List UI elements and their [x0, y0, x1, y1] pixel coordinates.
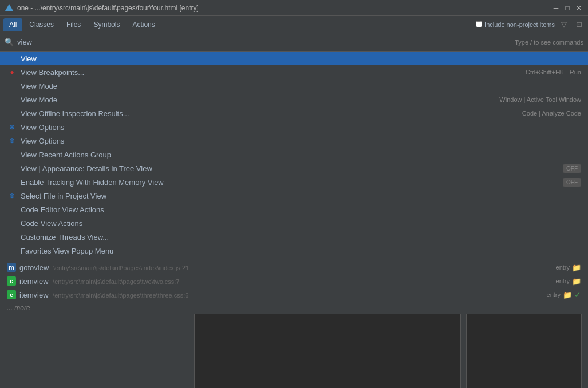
- result-view-mode-1[interactable]: View Mode: [0, 79, 588, 93]
- window-title: one - ...\entry\src\main\js\default\page…: [17, 4, 199, 12]
- result-text: Enable Tracking With Hidden Memory View: [21, 178, 563, 187]
- result-text: itemview \entry\src\main\js\default\page…: [19, 291, 547, 299]
- folder-icon: 📁: [572, 263, 581, 272]
- search-input-row: 🔍 Type / to see commands: [0, 33, 588, 52]
- result-text: View Mode: [21, 82, 581, 90]
- result-view-offline[interactable]: View Offline Inspection Results... Code …: [0, 106, 588, 120]
- result-code-view-actions[interactable]: Code View Actions: [0, 216, 588, 230]
- offline-icon: [7, 108, 17, 118]
- maximize-button[interactable]: □: [563, 3, 572, 13]
- result-entry-badge: entry: [556, 264, 570, 271]
- result-itemview-1[interactable]: c itemview \entry\src\main\js\default\pa…: [0, 274, 588, 288]
- result-view-appearance[interactable]: View | Appearance: Details in Tree View …: [0, 161, 588, 175]
- search-overlay: All Classes Files Symbols Actions Includ…: [0, 16, 588, 314]
- appearance-icon: [7, 163, 17, 173]
- result-view-mode-2[interactable]: View Mode Window | Active Tool Window: [0, 93, 588, 106]
- toggle-off-badge-2[interactable]: OFF: [563, 178, 581, 187]
- gotoview-icon: m: [7, 263, 16, 272]
- result-text: View Breakpoints...: [21, 68, 526, 77]
- result-text: View Offline Inspection Results...: [21, 109, 522, 118]
- result-favorites-view[interactable]: Favorites View Popup Menu: [0, 244, 588, 258]
- tab-classes[interactable]: Classes: [23, 18, 60, 31]
- window-controls[interactable]: ─ □ ✕: [551, 3, 583, 13]
- result-text: View Recent Actions Group: [21, 151, 581, 159]
- result-text: View Options: [21, 137, 581, 145]
- search-input[interactable]: [17, 38, 515, 46]
- result-text: Favorites View Popup Menu: [21, 247, 581, 255]
- options-icon: ⊕: [7, 122, 17, 132]
- section-separator: [0, 259, 588, 259]
- result-view-header[interactable]: View: [0, 52, 588, 65]
- more-results-text[interactable]: ... more: [0, 302, 588, 314]
- result-view-breakpoints[interactable]: ● View Breakpoints... Ctrl+Shift+F8 Run: [0, 65, 588, 79]
- search-hint: Type / to see commands: [515, 39, 583, 46]
- result-text: Code Editor View Actions: [21, 205, 581, 214]
- select-file-icon: ⊕: [7, 191, 17, 201]
- tab-symbols[interactable]: Symbols: [88, 18, 125, 31]
- folder-icon-3: 📁: [563, 291, 572, 299]
- result-text: itemview \entry\src\main\js\default\page…: [19, 277, 556, 286]
- result-code-editor-view[interactable]: Code Editor View Actions: [0, 203, 588, 216]
- result-view-options-2[interactable]: ⊕ View Options: [0, 134, 588, 148]
- title-bar: one - ...\entry\src\main\js\default\page…: [0, 0, 588, 16]
- tab-files[interactable]: Files: [61, 18, 86, 31]
- result-text: Select File in Project View: [21, 192, 581, 200]
- tracking-icon: [7, 177, 17, 187]
- result-path: \entry\src\main\js\default\pages\two\two…: [53, 278, 179, 285]
- result-badge: Window | Active Tool Window: [499, 96, 581, 103]
- result-text: View | Appearance: Details in Tree View: [21, 164, 563, 173]
- tab-all[interactable]: All: [3, 18, 22, 31]
- result-entry-badge: entry: [556, 278, 570, 284]
- view-mode-2-icon: [7, 94, 17, 105]
- include-checkbox-label: Include non-project items: [484, 21, 555, 28]
- result-enable-tracking[interactable]: Enable Tracking With Hidden Memory View …: [0, 175, 588, 189]
- recent-icon: [7, 149, 17, 160]
- folder-icon-2: 📁: [572, 277, 581, 286]
- search-tabs-row: All Classes Files Symbols Actions Includ…: [0, 16, 588, 33]
- result-text: Code View Actions: [21, 219, 581, 228]
- breakpoint-icon: ●: [7, 67, 17, 77]
- itemview1-icon: c: [7, 276, 16, 286]
- result-select-file[interactable]: ⊕ Select File in Project View: [0, 189, 588, 203]
- result-view-options-1[interactable]: ⊕ View Options: [0, 120, 588, 134]
- filter-icon[interactable]: ▽: [558, 19, 570, 30]
- result-text: gotoview \entry\src\main\js\default\page…: [19, 263, 556, 272]
- options-2-icon: ⊕: [7, 136, 17, 146]
- result-text: Customize Threads View...: [21, 233, 581, 241]
- title-bar-left: one - ...\entry\src\main\js\default\page…: [5, 3, 199, 13]
- result-badge: Run: [570, 69, 581, 76]
- minimize-button[interactable]: ─: [551, 3, 561, 13]
- include-non-project-checkbox[interactable]: Include non-project items: [476, 21, 555, 28]
- code-editor-icon: [7, 204, 17, 215]
- tabs-right: Include non-project items ▽ ⊡: [476, 19, 585, 30]
- result-text: View: [21, 54, 581, 63]
- close-button[interactable]: ✕: [574, 3, 583, 13]
- app-icon: [5, 3, 14, 13]
- result-entry-badge-2: entry: [547, 291, 561, 298]
- threads-icon: [7, 232, 17, 242]
- toggle-off-badge[interactable]: OFF: [563, 164, 581, 173]
- result-gotoview[interactable]: m gotoview \entry\src\main\js\default\pa…: [0, 260, 588, 274]
- tab-actions[interactable]: Actions: [127, 18, 160, 31]
- code-view-icon: [7, 218, 17, 228]
- result-badge: Code | Analyze Code: [522, 110, 581, 117]
- result-path: \entry\src\main\js\default\pages\index\i…: [53, 264, 189, 271]
- result-text: View Mode: [21, 96, 499, 104]
- search-icon: 🔍: [5, 38, 14, 46]
- left-panel: 📁 Project ▾ ▾ ▪ one F:\hormonyos2022\jsp…: [0, 34, 195, 388]
- result-shortcut: Ctrl+Shift+F8: [526, 69, 563, 76]
- results-list: View ● View Breakpoints... Ctrl+Shift+F8…: [0, 52, 588, 314]
- result-view-recent[interactable]: View Recent Actions Group: [0, 148, 588, 161]
- main-layout: 📁 Project ▾ ▾ ▪ one F:\hormonyos2022\jsp…: [0, 34, 588, 388]
- result-icon: [7, 53, 17, 64]
- itemview2-icon: c: [7, 290, 16, 299]
- search-settings-icon[interactable]: ⊡: [573, 19, 585, 30]
- result-path-2: \entry\src\main\js\default\pages\three\t…: [53, 292, 188, 299]
- result-customize-threads[interactable]: Customize Threads View...: [0, 230, 588, 244]
- result-itemview-2[interactable]: c itemview \entry\src\main\js\default\pa…: [0, 288, 588, 302]
- favorites-icon: [7, 246, 17, 256]
- include-checkbox-input[interactable]: [476, 21, 482, 27]
- result-text: View Options: [21, 123, 581, 132]
- view-mode-icon: [7, 81, 17, 91]
- svg-marker-0: [5, 4, 13, 11]
